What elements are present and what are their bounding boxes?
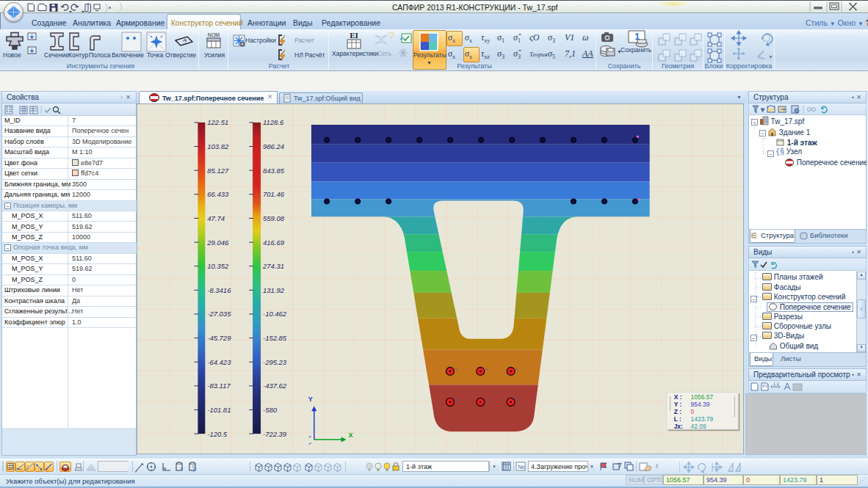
svg-text:-580: -580	[263, 406, 278, 414]
svg-text:-120.5: -120.5	[207, 430, 228, 438]
svg-text:-295.23: -295.23	[263, 358, 287, 366]
svg-text:XY: XY	[762, 384, 768, 388]
svg-text:x: x	[179, 465, 184, 472]
svg-text:274.31: 274.31	[262, 262, 284, 270]
svg-text:416.69: 416.69	[263, 238, 285, 247]
svg-text:0: 0	[691, 408, 695, 415]
svg-text:66.433: 66.433	[207, 190, 229, 198]
svg-text:-10.462: -10.462	[263, 310, 287, 318]
svg-text:-45.729: -45.729	[207, 334, 231, 342]
svg-text:Jx:: Jx:	[674, 423, 683, 430]
svg-text:29.046: 29.046	[206, 238, 229, 247]
svg-text:EI: EI	[350, 31, 358, 40]
svg-text:-83.117: -83.117	[207, 382, 231, 390]
svg-text:Y: Y	[308, 396, 313, 403]
svg-text:▼: ▼	[768, 54, 773, 59]
svg-text:Y :: Y :	[674, 401, 682, 408]
svg-text:L :: L :	[674, 415, 681, 423]
svg-text:X :: X :	[674, 393, 682, 401]
svg-text:X: X	[349, 431, 353, 439]
svg-text:701.46: 701.46	[263, 190, 285, 198]
svg-text:№: №	[518, 464, 524, 470]
svg-text:-64.423: -64.423	[207, 358, 231, 366]
svg-text:42.09: 42.09	[691, 423, 706, 430]
svg-text:122.51: 122.51	[207, 118, 228, 126]
svg-text:1423.79: 1423.79	[691, 415, 714, 423]
svg-text:-27.035: -27.035	[207, 310, 231, 318]
svg-text:-101.81: -101.81	[207, 406, 231, 414]
svg-text:NOM: NOM	[208, 32, 220, 37]
svg-text:1128.6: 1128.6	[263, 118, 284, 126]
svg-text:-8.3416: -8.3416	[207, 286, 231, 294]
svg-text:131.92: 131.92	[263, 286, 285, 294]
svg-text:▼: ▼	[760, 107, 765, 112]
svg-text:954.39: 954.39	[691, 401, 710, 408]
svg-text:986.24: 986.24	[263, 142, 284, 150]
svg-text:10.352: 10.352	[207, 262, 229, 270]
svg-text:103.82: 103.82	[207, 142, 229, 150]
svg-text:85.127: 85.127	[207, 167, 229, 175]
svg-text:559.08: 559.08	[263, 214, 285, 222]
svg-text:1056.57: 1056.57	[691, 393, 714, 401]
svg-text:-722.39: -722.39	[263, 430, 287, 438]
svg-text:1 2: 1 2	[773, 382, 779, 386]
svg-text:843.85: 843.85	[263, 167, 285, 175]
svg-text:-152.85: -152.85	[263, 334, 287, 342]
svg-text:-437.62: -437.62	[263, 382, 287, 390]
svg-text:z: z	[399, 34, 403, 41]
svg-text:47.74: 47.74	[207, 214, 225, 222]
svg-text:Z :: Z :	[674, 408, 681, 415]
